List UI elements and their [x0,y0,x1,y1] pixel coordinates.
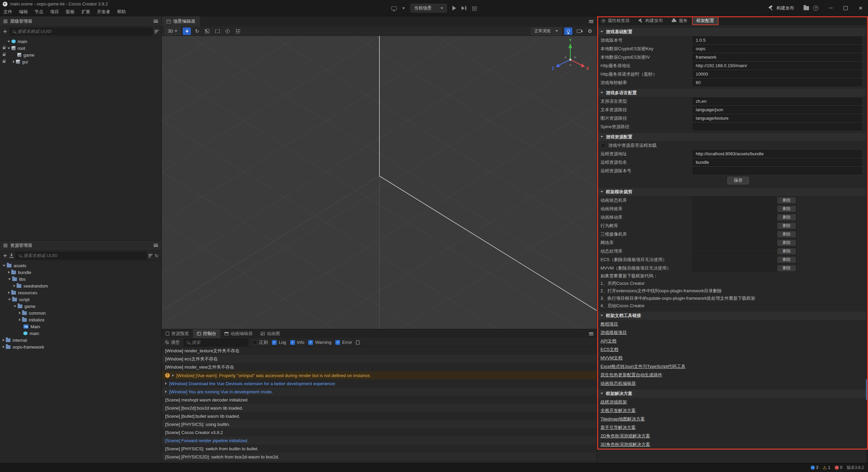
delete-module-button[interactable]: 删除 [777,248,796,255]
expand-arrow-icon[interactable] [14,306,16,307]
collapse-section-icon[interactable] [600,136,603,138]
expand-arrow-icon[interactable] [8,278,11,280]
section-resource-config[interactable]: 游戏资源配置 [597,132,866,141]
delete-module-button[interactable]: 删除 [777,231,796,238]
section-doc-links[interactable]: 框架文档工具链接 [597,311,866,320]
view-mode-select[interactable]: 正常浏览 [531,27,561,35]
error-checkbox[interactable] [335,340,340,345]
frame-rate-input[interactable] [693,79,862,86]
warning-count[interactable]: ⚠ 1 [823,465,830,470]
scene-settings-button[interactable] [586,27,594,35]
link-api-docs[interactable]: API文档 [600,338,616,344]
expand-caret-icon[interactable] [172,374,174,377]
tab-asset-preview[interactable]: 资源预览 [162,329,193,338]
gizmo-x-label[interactable]: X [586,66,589,71]
regex-toggle[interactable]: 正则 [252,339,268,346]
rotate-tool-button[interactable] [193,27,201,35]
scene-viewport[interactable]: Y X Z [162,36,597,329]
language-types-input[interactable] [693,98,862,105]
open-project-folder-icon[interactable] [804,6,809,10]
tab-scene-editor[interactable]: 场景编辑器 [162,16,200,26]
close-button[interactable] [853,0,868,16]
asset-row-seedrandom[interactable]: seedrandom [0,282,161,289]
remote-bundle-input[interactable] [693,159,862,166]
asset-row-main-ts[interactable]: Main [0,323,161,330]
tree-row-root[interactable]: root [0,45,161,52]
log-entry[interactable]: [Window] ecs文件夹不存在 [162,355,597,363]
info-checkbox[interactable] [290,340,295,345]
menu-help[interactable]: 帮助 [114,8,129,16]
filter-warning[interactable]: Warning [308,340,331,345]
crypto-key-input[interactable] [693,45,862,52]
save-button[interactable]: 保存 [727,177,749,184]
menu-panel[interactable]: 面板 [62,8,78,16]
log-entry[interactable]: [Window] render_texture文件夹不存在 [162,347,597,355]
expand-caret-icon[interactable] [165,382,167,385]
asset-row-script[interactable]: script [0,296,161,303]
asset-row-oops-framework[interactable]: oops-framework [0,343,161,350]
collapse-arrow-icon[interactable] [8,271,10,274]
hierarchy-filter-icon[interactable] [155,30,159,33]
delete-module-button[interactable]: 删除 [777,239,796,246]
link-template-project[interactable]: 游戏模板项目 [600,330,627,336]
asset-row-game[interactable]: game [0,303,161,310]
tree-row-main[interactable]: main [0,38,161,45]
spine-path-input[interactable] [693,123,862,130]
http-server-input[interactable] [693,62,862,69]
delete-module-button[interactable]: 删除 [777,214,796,221]
add-node-icon[interactable] [3,29,7,34]
scene-light-toggle[interactable] [564,27,572,35]
tab-service[interactable]: 服务 [667,16,692,25]
pivot-toggle-button[interactable] [223,27,232,35]
scale-tool-button[interactable] [203,27,211,35]
add-asset-icon[interactable] [3,253,7,258]
asset-row-resources[interactable]: resources [0,289,161,296]
assets-menu-icon[interactable] [154,244,158,247]
inspector-scrollbar[interactable] [866,25,868,463]
expand-arrow-icon[interactable] [7,41,10,42]
asset-row-assets[interactable]: assets [0,262,161,269]
log-entry[interactable]: [Scene] [PHYSICS]: using builtin. [162,420,597,428]
link-tiledmap[interactable]: Tiledmap地图解决方案 [600,416,645,422]
collapse-section-icon[interactable] [600,315,603,316]
collapse-arrow-icon[interactable] [3,339,4,341]
delete-module-button[interactable]: 删除 [777,205,796,212]
collapse-arrow-icon[interactable] [8,291,10,294]
filter-log[interactable]: Log [272,340,286,345]
section-game-base-config[interactable]: 游戏基础配置 [597,27,866,36]
collapse-arrow-icon[interactable] [13,60,15,63]
asset-row-main-scene[interactable]: main [0,330,161,337]
expand-caret-icon[interactable] [165,390,167,393]
link-tutorial-project[interactable]: 教程项目 [600,321,618,327]
link-war-chess[interactable]: 战棋游戏框架 [600,399,627,405]
scene-menu-icon[interactable] [589,20,593,23]
clear-console-button[interactable]: 清空 [165,339,180,346]
scene-camera-button[interactable] [575,27,583,35]
delete-module-button[interactable]: 删除 [777,256,796,263]
axis-gizmo[interactable]: Y X Z [550,39,591,76]
tab-animation-graph[interactable]: 动画图 [257,329,284,338]
refresh-icon[interactable] [155,253,159,258]
rect-tool-button[interactable] [213,27,221,35]
filter-error[interactable]: Error [335,340,352,345]
delete-module-button[interactable]: 删除 [777,222,796,229]
assets-search-input[interactable] [23,253,143,258]
log-entry-info[interactable]: [Window] Download the Vue Devtools exten… [162,379,597,388]
collapse-section-icon[interactable] [600,92,603,94]
delete-module-button[interactable]: 删除 [777,197,796,204]
hierarchy-menu-icon[interactable] [154,20,158,23]
log-entry-warning[interactable]: [Window] [Vue warn]: Property "onInput" … [162,371,597,379]
import-asset-icon[interactable] [9,253,14,258]
log-entry[interactable]: [Scene] [PHYSICS]: switch from builtin t… [162,445,597,453]
layout-grid-icon[interactable] [472,6,477,11]
tab-framework-config[interactable]: 框架配置 [692,16,718,25]
tab-console[interactable]: 控制台 [193,329,220,338]
console-search-input[interactable] [192,340,245,345]
log-entry-info[interactable]: [Scene] Forward render pipeline initiali… [162,436,597,445]
link-2d-rpg[interactable]: 2D角色扮演游戏解决方案 [600,433,650,439]
preview-scene-select[interactable]: 当前场景 [410,4,447,13]
section-language-config[interactable]: 游戏多语言配置 [597,88,866,97]
help-icon[interactable] [813,5,818,11]
expand-arrow-icon[interactable] [8,299,11,300]
assets-filter-icon[interactable] [149,254,153,257]
